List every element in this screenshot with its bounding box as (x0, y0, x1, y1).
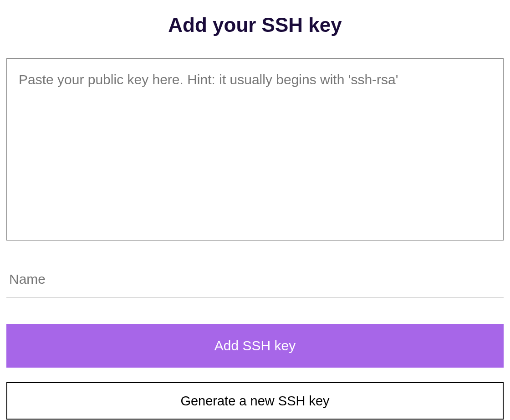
ssh-key-textarea[interactable] (6, 58, 504, 241)
add-ssh-key-button[interactable]: Add SSH key (6, 324, 504, 368)
page-title: Add your SSH key (6, 14, 504, 36)
name-input[interactable] (6, 267, 504, 297)
generate-ssh-key-button[interactable]: Generate a new SSH key (6, 382, 504, 420)
add-ssh-key-form: Add your SSH key Add SSH key Generate a … (6, 14, 504, 420)
